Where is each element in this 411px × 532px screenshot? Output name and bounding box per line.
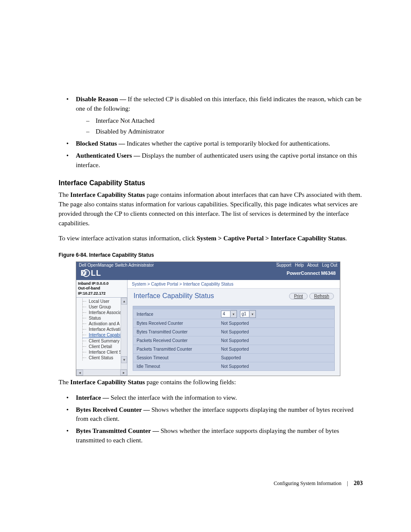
inband-ip: Inband IP:0.0.0.0 xyxy=(78,281,125,286)
term: Bytes Transmitted Counter — xyxy=(76,427,161,434)
term: Disable Reason — xyxy=(76,96,128,103)
desc: Indicates whether the captive portal is … xyxy=(127,140,330,147)
chevron-down-icon[interactable]: ▾ xyxy=(249,310,256,318)
page-title: Interface Capability Status xyxy=(134,292,214,300)
chevron-down-icon[interactable]: ▾ xyxy=(230,310,237,318)
logo-bar: DELL PowerConnect M6348 xyxy=(76,268,340,280)
footer-section: Configuring System Information xyxy=(274,480,341,486)
horizontal-scrollbar[interactable]: ◂ ▸ xyxy=(76,369,127,376)
port-select[interactable]: g1▾ xyxy=(240,310,256,318)
paragraph-2: To view interface activation status info… xyxy=(59,234,363,243)
link-about[interactable]: About xyxy=(307,262,318,268)
row-value: Not Supported xyxy=(218,362,335,371)
titlebar-links: Support Help About Log Out xyxy=(276,262,337,268)
term: Bytes Received Counter — xyxy=(76,406,152,413)
page-number: 203 xyxy=(354,480,363,486)
desc: Select the interface with the informatio… xyxy=(111,394,237,401)
table-row: Session TimeoutSupported xyxy=(133,354,335,362)
scroll-left-icon[interactable]: ◂ xyxy=(76,370,83,376)
row-label: Packets Transmitted Counter xyxy=(133,345,218,354)
paragraph-3: The Interface Capability Status page con… xyxy=(59,378,363,387)
bullet-bytes-received: Bytes Received Counter — Shows whether t… xyxy=(59,405,363,424)
refresh-button[interactable]: Refresh xyxy=(309,293,334,299)
bullet-interface: Interface — Select the interface with th… xyxy=(59,393,363,403)
row-label: Interface xyxy=(133,309,218,319)
section-heading: Interface Capability Status xyxy=(59,179,363,187)
bullet-auth-users: Authenticated Users — Displays the numbe… xyxy=(59,151,363,170)
divider-icon: | xyxy=(347,480,348,486)
paragraph-1: The Interface Capability Status page con… xyxy=(59,190,363,228)
row-value: Supported xyxy=(218,354,335,362)
figure-caption: Figure 6-84. Interface Capability Status xyxy=(59,252,363,258)
link-logout[interactable]: Log Out xyxy=(322,262,337,268)
scroll-track[interactable] xyxy=(83,370,120,376)
row-label: Idle Timeout xyxy=(133,362,218,371)
row-label: Packets Received Counter xyxy=(133,336,218,345)
svg-text:LL: LL xyxy=(91,269,101,277)
print-button[interactable]: Print xyxy=(289,293,308,299)
product-name: PowerConnect M6348 xyxy=(286,271,336,276)
main-panel: System > Captive Portal > Interface Capa… xyxy=(128,280,340,376)
embedded-screenshot: Dell OpenManage Switch Administrator Sup… xyxy=(76,261,340,376)
bullet-bytes-transmitted: Bytes Transmitted Counter — Shows whethe… xyxy=(59,426,363,445)
term: Blocked Status — xyxy=(76,140,127,147)
bullet-blocked-status: Blocked Status — Indicates whether the c… xyxy=(59,139,363,149)
scroll-right-icon[interactable]: ▸ xyxy=(120,370,127,376)
table-row: Bytes Received CounterNot Supported xyxy=(133,319,335,328)
table-row: Idle TimeoutNot Supported xyxy=(133,362,335,371)
scroll-down-icon[interactable]: ▾ xyxy=(121,356,127,363)
sidebar: Inband IP:0.0.0.0 Out-of-band IP:10.27.2… xyxy=(76,280,128,376)
row-value: Not Supported xyxy=(218,328,335,336)
table-row: Packets Transmitted CounterNot Supported xyxy=(133,345,335,354)
unit-select[interactable]: 4▾ xyxy=(221,310,237,318)
row-label: Bytes Transmitted Counter xyxy=(133,328,218,336)
app-title: Dell OpenManage Switch Administrator xyxy=(79,262,154,268)
term: Interface — xyxy=(76,394,111,401)
dell-logo-icon: DELL xyxy=(81,269,107,277)
oob-ip: Out-of-band IP:10.27.22.172 xyxy=(78,286,125,296)
term: Authenticated Users — xyxy=(76,152,142,159)
table-row: Interface 4▾ g1▾ xyxy=(133,309,335,319)
row-value: Not Supported xyxy=(218,319,335,328)
sub-list: Interface Not Attached Disabled by Admin… xyxy=(86,116,363,137)
nav-tree[interactable]: Local User User Group Interface Associa … xyxy=(76,298,127,369)
bullet-list-bottom: Interface — Select the interface with th… xyxy=(59,393,363,445)
sub-item: Interface Not Attached xyxy=(86,116,363,126)
ip-box: Inband IP:0.0.0.0 Out-of-band IP:10.27.2… xyxy=(76,280,127,298)
vertical-scrollbar[interactable]: ▴ ▾ xyxy=(121,298,127,369)
interface-selector-cell: 4▾ g1▾ xyxy=(218,309,335,319)
row-label: Session Timeout xyxy=(133,354,218,362)
app-titlebar: Dell OpenManage Switch Administrator Sup… xyxy=(76,262,340,268)
row-value: Not Supported xyxy=(218,336,335,345)
table-row: Packets Received CounterNot Supported xyxy=(133,336,335,345)
row-value: Not Supported xyxy=(218,345,335,354)
scroll-up-icon[interactable]: ▴ xyxy=(121,298,127,305)
bullet-list-top: Disable Reason — If the selected CP is d… xyxy=(59,95,363,170)
row-label: Bytes Received Counter xyxy=(133,319,218,328)
link-support[interactable]: Support xyxy=(276,262,291,268)
table-row: Bytes Transmitted CounterNot Supported xyxy=(133,328,335,336)
link-help[interactable]: Help xyxy=(295,262,304,268)
bullet-disable-reason: Disable Reason — If the selected CP is d… xyxy=(59,95,363,137)
sub-item: Disabled by Administrator xyxy=(86,127,363,137)
capability-table: Interface 4▾ g1▾ Bytes Received CounterN… xyxy=(133,306,335,371)
page-footer: Configuring System Information | 203 xyxy=(59,480,363,487)
breadcrumb: System > Captive Portal > Interface Capa… xyxy=(128,280,340,289)
